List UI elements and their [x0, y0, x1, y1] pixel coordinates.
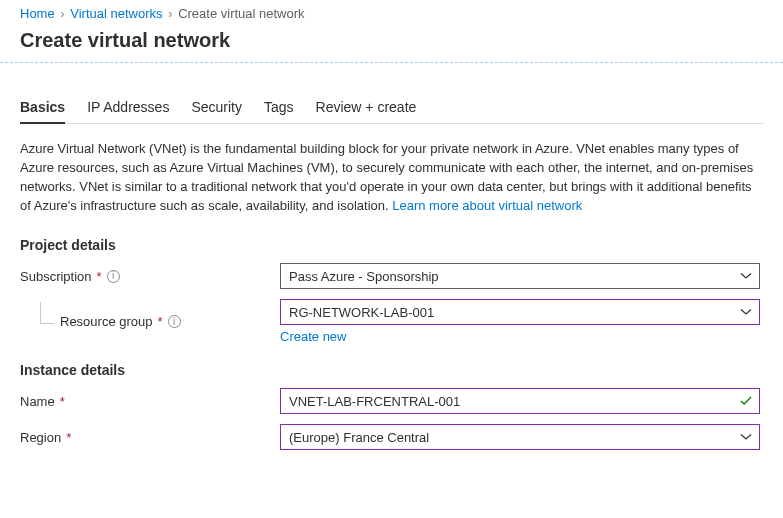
resource-group-value: RG-NETWORK-LAB-001 [289, 305, 434, 320]
tabs: Basics IP Addresses Security Tags Review… [20, 93, 763, 124]
chevron-right-icon: › [60, 6, 64, 21]
section-project-details: Project details [20, 237, 763, 253]
info-icon[interactable]: i [107, 270, 120, 283]
resource-group-dropdown[interactable]: RG-NETWORK-LAB-001 [280, 299, 760, 325]
required-star: * [97, 269, 102, 284]
info-icon[interactable]: i [168, 315, 181, 328]
required-star: * [60, 394, 65, 409]
region-label: Region [20, 430, 61, 445]
tab-basics[interactable]: Basics [20, 93, 65, 123]
tree-elbow [40, 302, 54, 324]
required-star: * [66, 430, 71, 445]
subscription-dropdown[interactable]: Pass Azure - Sponsorship [280, 263, 760, 289]
breadcrumb-home[interactable]: Home [20, 6, 55, 21]
chevron-right-icon: › [168, 6, 172, 21]
check-icon [739, 394, 753, 408]
region-value: (Europe) France Central [289, 430, 429, 445]
tab-review-create[interactable]: Review + create [316, 93, 417, 123]
region-dropdown[interactable]: (Europe) France Central [280, 424, 760, 450]
section-instance-details: Instance details [20, 362, 763, 378]
breadcrumb: Home › Virtual networks › Create virtual… [20, 6, 763, 21]
breadcrumb-current: Create virtual network [178, 6, 304, 21]
tab-security[interactable]: Security [191, 93, 242, 123]
subscription-label: Subscription [20, 269, 92, 284]
name-label: Name [20, 394, 55, 409]
chevron-down-icon [739, 305, 753, 319]
create-new-link[interactable]: Create new [280, 329, 346, 344]
tab-tags[interactable]: Tags [264, 93, 294, 123]
intro-text: Azure Virtual Network (VNet) is the fund… [20, 140, 760, 215]
chevron-down-icon [739, 269, 753, 283]
subscription-value: Pass Azure - Sponsorship [289, 269, 439, 284]
chevron-down-icon [739, 430, 753, 444]
name-value: VNET-LAB-FRCENTRAL-001 [289, 394, 460, 409]
intro-body: Azure Virtual Network (VNet) is the fund… [20, 141, 753, 213]
divider [0, 62, 783, 63]
tab-ip-addresses[interactable]: IP Addresses [87, 93, 169, 123]
resource-group-label: Resource group [60, 314, 153, 329]
name-input[interactable]: VNET-LAB-FRCENTRAL-001 [280, 388, 760, 414]
required-star: * [158, 314, 163, 329]
breadcrumb-virtual-networks[interactable]: Virtual networks [70, 6, 162, 21]
page-title: Create virtual network [20, 29, 763, 52]
learn-more-link[interactable]: Learn more about virtual network [392, 198, 582, 213]
